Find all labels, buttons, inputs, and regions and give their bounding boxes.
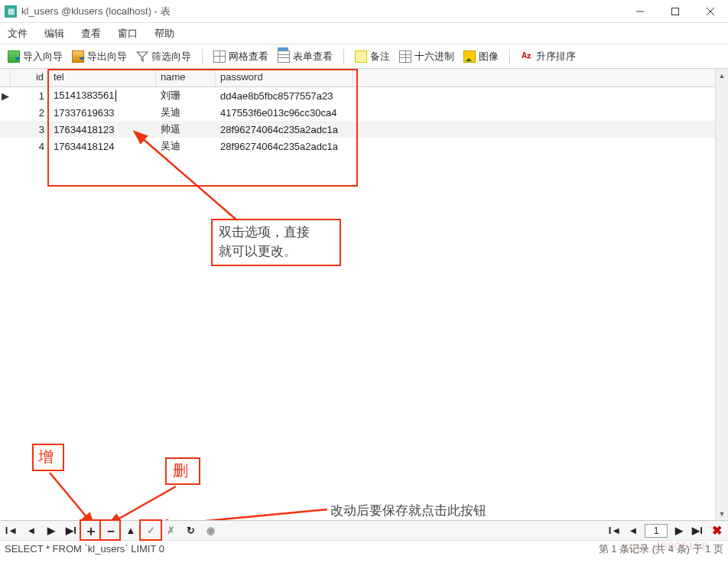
- cell-tel[interactable]: 15141383561: [49, 88, 156, 103]
- nav-delete-button[interactable]: －: [104, 524, 118, 538]
- table-row[interactable]: ▶ 1 15141383561 刘珊 dd4ae8b5fbc8577557a23: [0, 87, 728, 104]
- cell-tel[interactable]: 17337619633: [49, 106, 156, 120]
- page-prev-button[interactable]: ◄: [626, 524, 640, 538]
- menu-help[interactable]: 帮助: [154, 27, 174, 41]
- page-last-button[interactable]: ▶I: [691, 524, 704, 538]
- hex-button[interactable]: 十六进制: [396, 48, 457, 65]
- hex-label: 十六进制: [414, 50, 454, 63]
- annotation-box-del: [165, 457, 200, 485]
- note-icon: [355, 50, 367, 63]
- status-sql: SELECT * FROM `kl_users` LIMIT 0: [5, 543, 599, 555]
- nav-add-button[interactable]: ＋: [84, 524, 98, 538]
- nav-edit-button[interactable]: ▲: [124, 524, 138, 538]
- menu-window[interactable]: 窗口: [118, 27, 138, 41]
- maximize-button[interactable]: [658, 0, 693, 23]
- page-first-button[interactable]: I◄: [608, 524, 622, 538]
- nav-last-button[interactable]: ▶I: [64, 524, 78, 538]
- cell-id[interactable]: 1: [11, 89, 49, 103]
- cell-password[interactable]: 417553f6e013c96cc30ca4: [216, 106, 353, 120]
- cell-password[interactable]: 28f96274064c235a2adc1a: [216, 139, 353, 154]
- app-icon: ▦: [5, 5, 17, 18]
- record-navbar: I◄ ◄ ▶ ▶I ＋ － ▲ ✓ ✗ ↻ ◉ I◄ ◄ 1 ▶ ▶I ✖: [0, 520, 728, 540]
- menu-view[interactable]: 查看: [81, 27, 101, 41]
- annotation-box-tip: [211, 219, 341, 266]
- image-icon: [463, 50, 476, 63]
- sort-icon: Aᴢ: [521, 50, 533, 63]
- col-header-password[interactable]: password: [216, 69, 353, 86]
- table-header: id tel name password: [0, 69, 728, 87]
- import-wizard-button[interactable]: 导入向导: [5, 48, 66, 65]
- toolbar-separator: [343, 49, 344, 64]
- form-label: 表单查看: [293, 50, 333, 63]
- scroll-up-icon[interactable]: ▲: [716, 69, 728, 82]
- vertical-scrollbar[interactable]: ▲ ▼: [715, 69, 728, 520]
- statusbar: SELECT * FROM `kl_users` LIMIT 0 第 1 条记录…: [0, 540, 728, 557]
- table-row[interactable]: 2 17337619633 吴迪 417553f6e013c96cc30ca4: [0, 104, 728, 121]
- nav-refresh-button[interactable]: ↻: [184, 524, 197, 538]
- window-buttons: [622, 0, 728, 23]
- page-number-input[interactable]: 1: [645, 524, 668, 538]
- cell-id[interactable]: 2: [11, 106, 49, 120]
- table-row[interactable]: 4 17634418124 吴迪 28f96274064c235a2adc1a: [0, 138, 728, 155]
- toolbar-separator: [202, 49, 203, 64]
- nav-stop-button[interactable]: ◉: [203, 524, 217, 538]
- cell-name[interactable]: 吴迪: [156, 138, 216, 155]
- toolbar: 导入向导 导出向导 筛选向导 网格查看 表单查看 备注 十六进制 图像 Aᴢ 升…: [0, 44, 728, 69]
- minimize-button[interactable]: [622, 0, 658, 23]
- export-wizard-button[interactable]: 导出向导: [69, 48, 130, 65]
- col-header-id[interactable]: id: [11, 69, 49, 86]
- annotation-box-add: [32, 444, 64, 471]
- cell-tel[interactable]: 17634418124: [49, 139, 156, 154]
- cell-name[interactable]: 刘珊: [156, 87, 216, 104]
- nav-next-button[interactable]: ▶: [44, 524, 58, 538]
- status-record-info: 第 1 条记录 (共 4 条) 于 1 页: [599, 542, 723, 556]
- cell-name[interactable]: 帅逼: [156, 121, 216, 138]
- nav-prev-button[interactable]: ◄: [24, 524, 38, 538]
- cell-id[interactable]: 3: [11, 122, 49, 137]
- row-marker-icon: ▶: [0, 90, 11, 102]
- export-icon: [72, 50, 84, 63]
- svg-rect-1: [672, 8, 679, 15]
- svg-line-6: [116, 486, 176, 520]
- hex-icon: [399, 50, 411, 63]
- cell-name[interactable]: 吴迪: [156, 104, 216, 121]
- svg-line-5: [50, 473, 88, 519]
- annotation-del-label: 删: [173, 460, 188, 481]
- filter-wizard-button[interactable]: 筛选向导: [133, 48, 194, 65]
- annotation-add-label: 增: [38, 447, 54, 467]
- close-button[interactable]: [693, 0, 728, 23]
- cell-tel[interactable]: 17634418123: [49, 122, 156, 137]
- nav-cancel-button[interactable]: ✗: [164, 524, 177, 538]
- nav-save-button[interactable]: ✓: [144, 524, 158, 538]
- cell-id[interactable]: 4: [11, 139, 49, 154]
- svg-line-7: [165, 509, 327, 520]
- menu-file[interactable]: 文件: [8, 27, 28, 41]
- filter-icon: [136, 50, 148, 63]
- filter-label: 筛选向导: [151, 50, 191, 63]
- cell-password[interactable]: dd4ae8b5fbc8577557a23: [216, 89, 353, 103]
- toolbar-separator: [509, 49, 510, 64]
- menubar: 文件 编辑 查看 窗口 帮助: [0, 23, 728, 44]
- close-page-icon[interactable]: ✖: [712, 523, 722, 538]
- annotation-arrow-save: [161, 505, 336, 520]
- grid-label: 网格查看: [229, 50, 268, 63]
- table-row[interactable]: 3 17634418123 帅逼 28f96274064c235a2adc1a: [0, 121, 728, 138]
- window-title: kl_users @klusers (localhost) - 表: [21, 5, 622, 18]
- scroll-down-icon[interactable]: ▼: [716, 507, 728, 520]
- grid-view-button[interactable]: 网格查看: [210, 48, 271, 65]
- nav-first-button[interactable]: I◄: [5, 524, 18, 538]
- col-header-tel[interactable]: tel: [49, 69, 156, 86]
- col-header-name[interactable]: name: [156, 69, 216, 86]
- cell-password[interactable]: 28f96274064c235a2adc1a: [216, 122, 353, 137]
- annotation-arrow-del: [107, 482, 184, 520]
- text-cursor: [115, 90, 116, 102]
- page-next-button[interactable]: ▶: [672, 524, 686, 538]
- sort-asc-button[interactable]: Aᴢ 升序排序: [518, 48, 579, 65]
- form-view-button[interactable]: 表单查看: [275, 48, 336, 65]
- table-area: id tel name password ▶ 1 15141383561 刘珊 …: [0, 69, 728, 520]
- note-button[interactable]: 备注: [352, 48, 393, 65]
- row-marker-header: [0, 69, 11, 86]
- menu-edit[interactable]: 编辑: [44, 27, 64, 41]
- titlebar: ▦ kl_users @klusers (localhost) - 表: [0, 0, 728, 23]
- image-button[interactable]: 图像: [460, 48, 502, 65]
